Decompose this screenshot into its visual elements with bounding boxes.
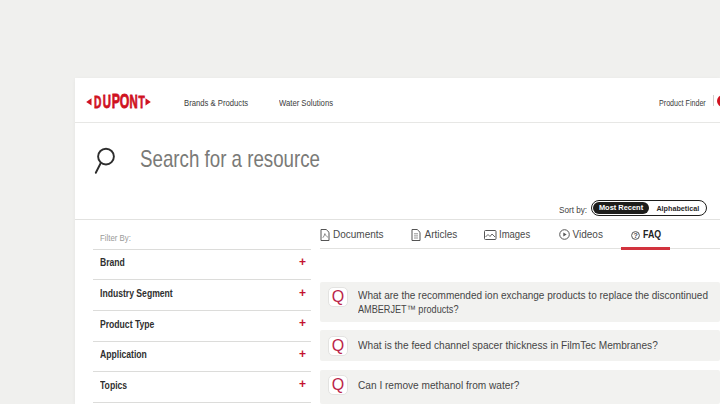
svg-text:DUPONT: DUPONT [94,92,145,112]
svg-text:?: ? [633,232,637,239]
